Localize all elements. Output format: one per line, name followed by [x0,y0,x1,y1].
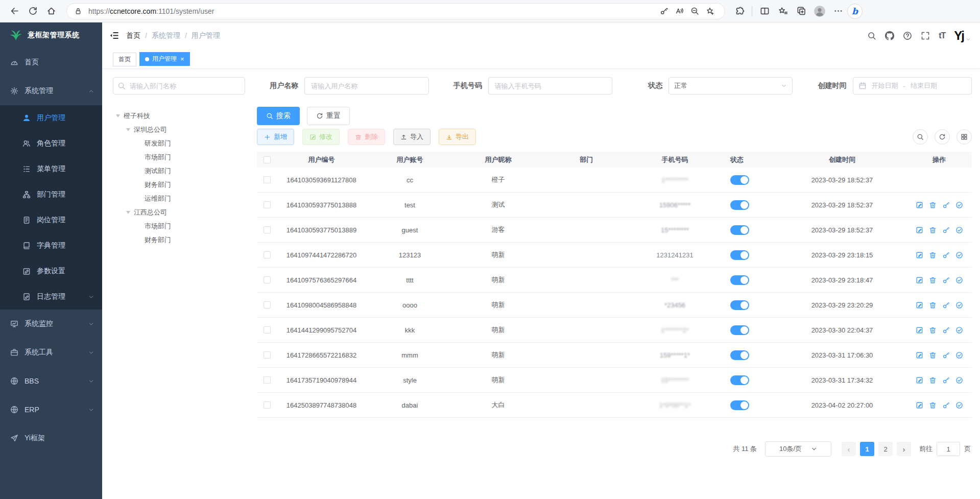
collections-icon[interactable] [792,2,810,20]
row-checkbox[interactable] [264,226,271,233]
select-all-checkbox[interactable] [264,156,271,163]
sidebar-item-部门管理[interactable]: 部门管理 [0,182,102,207]
exp-button[interactable]: 导出 [439,129,476,145]
tree-node-深圳总公司[interactable]: 深圳总公司 [113,123,246,136]
row-checkbox[interactable] [264,301,271,308]
search-button[interactable]: 搜索 [257,107,300,125]
search-icon[interactable] [867,31,876,40]
sidebar-item-菜单管理[interactable]: 菜单管理 [0,156,102,182]
refresh-tool-icon[interactable] [935,129,950,145]
status-toggle[interactable] [730,175,749,185]
sidebar-item-Yi框架[interactable]: Yi框架 [0,424,102,453]
sidebar-item-系统管理[interactable]: 系统管理 [0,77,102,105]
assign-role-icon[interactable] [955,326,963,334]
tree-node-测试部门[interactable]: 测试部门 [113,164,246,178]
tab-首页[interactable]: 首页 [113,53,136,66]
delete-user-icon[interactable] [929,251,937,259]
edit-user-icon[interactable] [916,376,923,384]
assign-role-icon[interactable] [955,276,963,284]
reset-password-icon[interactable] [942,301,950,309]
status-toggle[interactable] [730,225,749,235]
password-key-icon[interactable] [656,4,672,19]
edit-user-icon[interactable] [916,326,923,334]
reset-password-icon[interactable] [942,226,950,234]
sidebar-item-日志管理[interactable]: 日志管理 [0,284,102,310]
delete-user-icon[interactable] [929,276,937,284]
breadcrumb-item-首页[interactable]: 首页 [126,31,140,40]
tree-expand-caret-icon[interactable] [116,114,120,117]
assign-role-icon[interactable] [955,351,963,359]
tab-用户管理[interactable]: 用户管理× [139,52,190,66]
status-toggle[interactable] [730,350,749,360]
favorites-icon[interactable] [774,2,792,20]
add-button[interactable]: 新增 [257,129,294,145]
grid-columns-icon[interactable] [957,129,972,145]
prev-page-button[interactable]: ‹ [842,442,856,456]
tree-expand-caret-icon[interactable] [126,128,130,131]
sidebar-item-系统监控[interactable]: 系统监控 [0,310,102,338]
reset-password-icon[interactable] [942,351,950,359]
del-button[interactable]: 删除 [348,129,385,145]
reset-password-icon[interactable] [942,201,950,209]
page-button-2[interactable]: 2 [878,442,893,456]
page-size-select[interactable]: 10条/页 [765,441,831,457]
profile-avatar-icon[interactable] [810,2,829,20]
tree-node-运维部门[interactable]: 运维部门 [113,192,246,205]
more-menu-icon[interactable] [829,2,847,20]
delete-user-icon[interactable] [929,376,937,384]
row-checkbox[interactable] [264,326,271,334]
status-toggle[interactable] [730,375,749,385]
sidebar-item-首页[interactable]: 首页 [0,48,102,77]
sidebar-item-BBS[interactable]: BBS [0,367,102,395]
menu-fold-icon[interactable] [109,31,119,40]
tree-node-橙子科技[interactable]: 橙子科技 [113,109,246,123]
extensions-icon[interactable] [730,2,749,20]
sidebar-item-角色管理[interactable]: 角色管理 [0,131,102,156]
tree-node-财务部门[interactable]: 财务部门 [113,178,246,192]
font-size-icon[interactable]: tT [939,31,945,40]
status-select[interactable]: 正常 [668,77,792,94]
assign-role-icon[interactable] [955,301,963,309]
sidebar-item-参数设置[interactable]: 参数设置 [0,258,102,284]
status-toggle[interactable] [730,400,749,410]
next-page-button[interactable]: › [897,442,911,456]
delete-user-icon[interactable] [929,351,937,359]
assign-role-icon[interactable] [955,251,963,259]
goto-page-input[interactable] [937,442,960,456]
assign-role-icon[interactable] [955,226,963,234]
reload-icon[interactable] [23,2,42,20]
row-checkbox[interactable] [264,276,271,283]
sidebar-item-岗位管理[interactable]: 岗位管理 [0,207,102,233]
user-avatar[interactable]: Yj [954,30,971,42]
sidebar-item-字典管理[interactable]: 字典管理 [0,233,102,258]
row-checkbox[interactable] [264,176,271,183]
tree-node-市场部门[interactable]: 市场部门 [113,150,246,164]
row-checkbox[interactable] [264,376,271,384]
sidebar-item-用户管理[interactable]: 用户管理 [0,105,102,131]
reset-password-icon[interactable] [942,401,950,409]
close-tab-icon[interactable]: × [180,56,184,62]
mod-button[interactable]: 修改 [302,129,340,145]
copilot-icon[interactable]: b [847,4,863,19]
status-toggle[interactable] [730,200,749,210]
edit-user-icon[interactable] [916,276,923,284]
delete-user-icon[interactable] [929,401,937,409]
tree-node-市场部门[interactable]: 市场部门 [113,219,246,233]
url-text[interactable]: https://ccnetcore.com:1101/system/user [88,7,656,15]
sidebar-item-系统工具[interactable]: 系统工具 [0,338,102,367]
page-button-1[interactable]: 1 [860,442,874,456]
favorite-add-icon[interactable] [702,4,718,19]
date-range-picker[interactable]: 开始日期 - 结束日期 [853,77,972,94]
row-checkbox[interactable] [264,251,271,258]
dept-search-input[interactable] [113,77,245,94]
address-bar[interactable]: https://ccnetcore.com:1101/system/user [66,3,725,19]
github-icon[interactable] [885,31,894,40]
sidebar-item-ERP[interactable]: ERP [0,395,102,424]
read-aloud-icon[interactable] [672,4,687,19]
row-checkbox[interactable] [264,201,271,208]
reset-password-icon[interactable] [942,376,950,384]
zoom-out-icon[interactable] [687,4,702,19]
fullscreen-icon[interactable] [921,31,930,40]
edit-user-icon[interactable] [916,251,923,259]
delete-user-icon[interactable] [929,326,937,334]
